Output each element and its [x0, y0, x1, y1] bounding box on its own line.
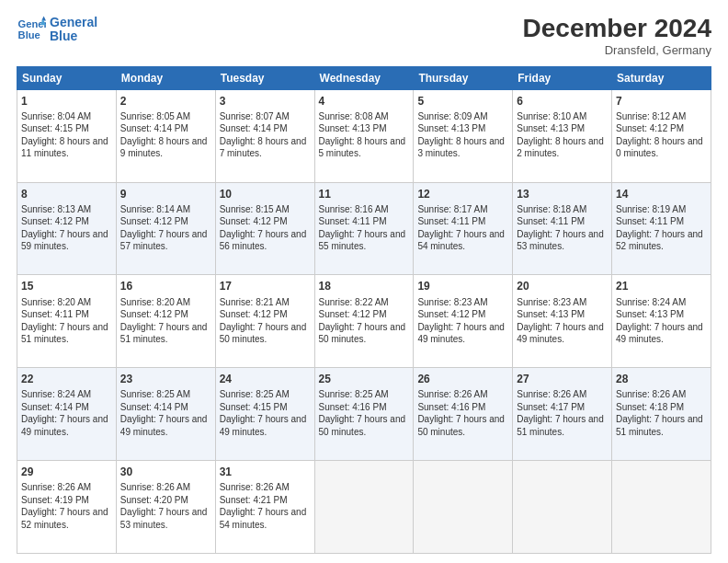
table-row: 29Sunrise: 8:26 AMSunset: 4:19 PMDayligh…: [17, 461, 117, 554]
col-tuesday: Tuesday: [215, 66, 314, 89]
day-number: 10: [220, 187, 311, 201]
day-number: 11: [319, 187, 410, 201]
day-number: 31: [220, 465, 311, 479]
table-row: 22Sunrise: 8:24 AMSunset: 4:14 PMDayligh…: [17, 368, 117, 461]
table-row: 8Sunrise: 8:13 AMSunset: 4:12 PMDaylight…: [17, 182, 117, 275]
sunset-label: Sunset: 4:12 PM: [417, 309, 485, 319]
calendar-week-row: 1Sunrise: 8:04 AMSunset: 4:15 PMDaylight…: [17, 89, 711, 182]
sunrise-label: Sunrise: 8:14 AM: [120, 204, 190, 214]
sunset-label: Sunset: 4:12 PM: [319, 309, 387, 319]
sunrise-label: Sunrise: 8:26 AM: [517, 389, 586, 399]
sunset-label: Sunset: 4:14 PM: [120, 402, 188, 412]
daylight-label: Daylight: 7 hours and 53 minutes.: [517, 229, 604, 252]
sunrise-label: Sunrise: 8:04 AM: [21, 111, 91, 121]
sunset-label: Sunset: 4:15 PM: [220, 402, 288, 412]
logo-general: General: [50, 16, 97, 29]
sunrise-label: Sunrise: 8:12 AM: [616, 111, 686, 121]
table-row: 10Sunrise: 8:15 AMSunset: 4:12 PMDayligh…: [215, 182, 314, 275]
sunrise-label: Sunrise: 8:18 AM: [517, 204, 586, 214]
logo: General Blue General Blue: [17, 15, 97, 44]
day-number: 18: [319, 279, 410, 293]
sunrise-label: Sunrise: 8:26 AM: [21, 482, 91, 492]
sunset-label: Sunset: 4:14 PM: [220, 123, 288, 133]
daylight-label: Daylight: 7 hours and 51 minutes.: [616, 414, 703, 437]
table-row: 4Sunrise: 8:08 AMSunset: 4:13 PMDaylight…: [314, 89, 414, 182]
sunset-label: Sunset: 4:12 PM: [21, 216, 89, 226]
daylight-label: Daylight: 7 hours and 49 minutes.: [120, 414, 208, 437]
daylight-label: Daylight: 7 hours and 59 minutes.: [21, 229, 108, 252]
day-number: 28: [616, 372, 707, 386]
calendar-week-row: 15Sunrise: 8:20 AMSunset: 4:11 PMDayligh…: [17, 275, 711, 368]
col-wednesday: Wednesday: [314, 66, 414, 89]
day-number: 27: [517, 372, 608, 386]
daylight-label: Daylight: 7 hours and 53 minutes.: [120, 507, 208, 530]
daylight-label: Daylight: 8 hours and 5 minutes.: [319, 136, 406, 159]
day-number: 7: [616, 94, 707, 109]
sunrise-label: Sunrise: 8:15 AM: [220, 204, 290, 214]
logo-blue: Blue: [50, 29, 97, 43]
sunrise-label: Sunrise: 8:25 AM: [120, 389, 190, 399]
sunrise-label: Sunrise: 8:08 AM: [319, 111, 389, 121]
day-number: 16: [120, 279, 211, 293]
table-row: 17Sunrise: 8:21 AMSunset: 4:12 PMDayligh…: [215, 275, 314, 368]
day-number: 30: [120, 465, 211, 479]
day-number: 9: [120, 187, 211, 201]
daylight-label: Daylight: 7 hours and 51 minutes.: [120, 322, 208, 345]
daylight-label: Daylight: 7 hours and 52 minutes.: [21, 507, 108, 530]
day-number: 23: [120, 372, 211, 386]
day-number: 8: [21, 187, 112, 201]
day-number: 5: [417, 94, 508, 109]
table-row: 30Sunrise: 8:26 AMSunset: 4:20 PMDayligh…: [116, 461, 215, 554]
table-row: 11Sunrise: 8:16 AMSunset: 4:11 PMDayligh…: [314, 182, 414, 275]
col-friday: Friday: [513, 66, 612, 89]
col-saturday: Saturday: [612, 66, 711, 89]
sunrise-label: Sunrise: 8:21 AM: [220, 297, 290, 307]
day-number: 2: [120, 94, 211, 109]
sunset-label: Sunset: 4:13 PM: [616, 309, 684, 319]
table-row: 25Sunrise: 8:25 AMSunset: 4:16 PMDayligh…: [314, 368, 414, 461]
daylight-label: Daylight: 7 hours and 50 minutes.: [319, 322, 406, 345]
table-row: 27Sunrise: 8:26 AMSunset: 4:17 PMDayligh…: [513, 368, 612, 461]
day-number: 4: [319, 94, 410, 109]
sunrise-label: Sunrise: 8:24 AM: [616, 297, 686, 307]
sunset-label: Sunset: 4:11 PM: [517, 216, 585, 226]
sunrise-label: Sunrise: 8:07 AM: [220, 111, 290, 121]
table-row: 26Sunrise: 8:26 AMSunset: 4:16 PMDayligh…: [414, 368, 513, 461]
sunset-label: Sunset: 4:11 PM: [21, 309, 89, 319]
sunset-label: Sunset: 4:15 PM: [21, 123, 89, 133]
calendar: Sunday Monday Tuesday Wednesday Thursday…: [17, 66, 711, 554]
sunrise-label: Sunrise: 8:26 AM: [616, 389, 686, 399]
sunset-label: Sunset: 4:19 PM: [21, 495, 89, 505]
sunset-label: Sunset: 4:11 PM: [417, 216, 485, 226]
table-row: 20Sunrise: 8:23 AMSunset: 4:13 PMDayligh…: [513, 275, 612, 368]
page: General Blue General Blue December 2024 …: [0, 0, 728, 563]
sunset-label: Sunset: 4:14 PM: [120, 123, 188, 133]
table-row: 14Sunrise: 8:19 AMSunset: 4:11 PMDayligh…: [612, 182, 711, 275]
table-row: 15Sunrise: 8:20 AMSunset: 4:11 PMDayligh…: [17, 275, 117, 368]
day-number: 15: [21, 279, 112, 293]
daylight-label: Daylight: 8 hours and 0 minutes.: [616, 136, 703, 159]
daylight-label: Daylight: 8 hours and 11 minutes.: [21, 136, 108, 159]
day-number: 24: [220, 372, 311, 386]
table-row: 5Sunrise: 8:09 AMSunset: 4:13 PMDaylight…: [414, 89, 513, 182]
col-thursday: Thursday: [414, 66, 513, 89]
calendar-week-row: 29Sunrise: 8:26 AMSunset: 4:19 PMDayligh…: [17, 461, 711, 554]
daylight-label: Daylight: 7 hours and 50 minutes.: [417, 414, 505, 437]
sunrise-label: Sunrise: 8:05 AM: [120, 111, 190, 121]
table-row: 13Sunrise: 8:18 AMSunset: 4:11 PMDayligh…: [513, 182, 612, 275]
sunrise-label: Sunrise: 8:26 AM: [220, 482, 290, 492]
col-monday: Monday: [116, 66, 215, 89]
daylight-label: Daylight: 7 hours and 51 minutes.: [517, 414, 604, 437]
daylight-label: Daylight: 8 hours and 7 minutes.: [220, 136, 307, 159]
day-number: 13: [517, 187, 608, 201]
table-row: [513, 461, 612, 554]
col-sunday: Sunday: [17, 66, 117, 89]
day-number: 26: [417, 372, 508, 386]
sunrise-label: Sunrise: 8:24 AM: [21, 389, 91, 399]
daylight-label: Daylight: 7 hours and 50 minutes.: [220, 322, 307, 345]
daylight-label: Daylight: 7 hours and 49 minutes.: [517, 322, 604, 345]
table-row: 12Sunrise: 8:17 AMSunset: 4:11 PMDayligh…: [414, 182, 513, 275]
sunrise-label: Sunrise: 8:20 AM: [21, 297, 91, 307]
sunset-label: Sunset: 4:13 PM: [417, 123, 485, 133]
daylight-label: Daylight: 7 hours and 49 minutes.: [220, 414, 307, 437]
